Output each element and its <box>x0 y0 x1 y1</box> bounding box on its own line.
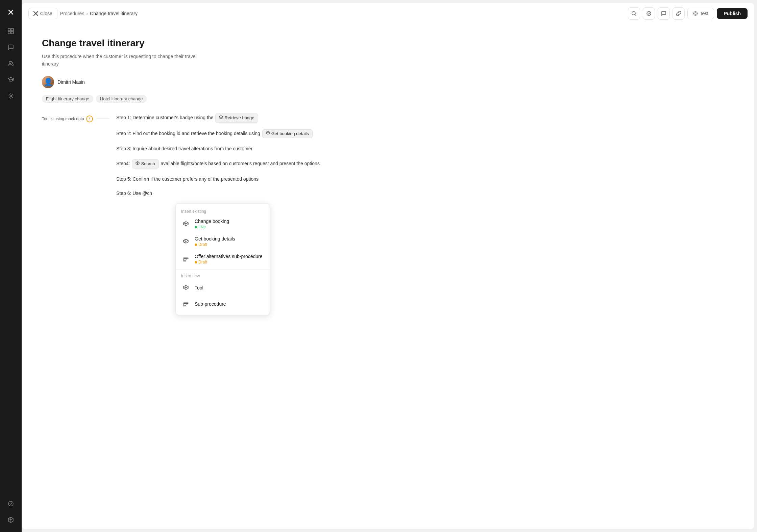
get-booking-status: Draft <box>195 242 235 247</box>
mock-data-icon[interactable]: ! <box>86 116 93 122</box>
dropdown-item-get-booking[interactable]: Get booking details Draft <box>176 233 270 250</box>
content: Change travel itinerary Use this procedu… <box>22 24 754 529</box>
breadcrumb-separator: › <box>86 11 88 16</box>
sidebar-item-check[interactable] <box>4 497 18 510</box>
test-button[interactable]: Test <box>687 8 714 19</box>
sidebar-item-users[interactable] <box>4 57 18 70</box>
mock-data-label: Tool is using mock data ! <box>42 113 109 122</box>
insert-dropdown: Insert existing Change booking Live <box>175 203 270 315</box>
mock-line <box>96 119 109 119</box>
check-circle-icon <box>646 11 652 16</box>
breadcrumb-parent[interactable]: Procedures <box>60 11 84 16</box>
get-booking-name: Get booking details <box>195 236 235 242</box>
alternatives-status-text: Draft <box>198 260 207 264</box>
tool-icon-1 <box>219 115 223 121</box>
step-1: Step 1: Determine customer's badge using… <box>116 113 734 123</box>
svg-rect-11 <box>184 259 187 260</box>
tag-flight[interactable]: Flight itinerary change <box>42 95 93 103</box>
step-3-text: Step 3: Inquire about desired travel alt… <box>116 146 252 151</box>
step-4-text-before: Step4: <box>116 161 131 166</box>
new-subproc-icon <box>181 299 191 309</box>
link-icon <box>676 11 681 16</box>
dropdown-item-new-tool[interactable]: Tool <box>176 280 270 296</box>
close-button[interactable]: Close <box>28 8 57 19</box>
check-circle-button[interactable] <box>643 7 655 20</box>
search-button[interactable] <box>628 7 640 20</box>
change-booking-info: Change booking Live <box>195 219 229 229</box>
topbar-left: Close Procedures › Change travel itinera… <box>28 8 138 19</box>
comment-button[interactable] <box>658 7 670 20</box>
step-4: Step4: Search available flights/hotels b… <box>116 159 734 169</box>
svg-point-4 <box>9 61 11 64</box>
main-area: Close Procedures › Change travel itinera… <box>22 3 754 529</box>
svg-rect-3 <box>11 31 14 34</box>
link-button[interactable] <box>673 7 685 20</box>
alternatives-status: Draft <box>195 260 263 264</box>
dropdown-item-offer-alternatives[interactable]: Offer alternatives sub-procedure Draft <box>176 250 270 268</box>
tags-row: Flight itinerary change Hotel itinerary … <box>42 95 734 103</box>
step-2-text-before: Step 2: Find out the booking id and retr… <box>116 130 262 136</box>
breadcrumb: Procedures › Change travel itinerary <box>60 11 138 16</box>
alternatives-status-dot <box>195 261 197 263</box>
svg-rect-13 <box>184 303 188 304</box>
steps-content: Step 1: Determine customer's badge using… <box>116 113 734 204</box>
svg-point-5 <box>10 95 12 97</box>
step-2-tool-badge[interactable]: Get booking details <box>262 129 313 138</box>
tool-icon-2 <box>266 130 270 137</box>
svg-rect-15 <box>184 305 186 306</box>
test-label: Test <box>700 11 709 16</box>
sidebar-item-cube[interactable] <box>4 513 18 527</box>
change-booking-status: Live <box>195 225 229 229</box>
close-label: Close <box>40 11 52 16</box>
test-icon <box>693 11 698 16</box>
svg-rect-12 <box>184 260 186 261</box>
sidebar-item-chat[interactable] <box>4 41 18 54</box>
search-icon <box>631 11 637 16</box>
step-6-text: Step 6: Use @ch <box>116 191 152 196</box>
step-1-text-before: Step 1: Determine customer's badge using… <box>116 115 215 120</box>
publish-button[interactable]: Publish <box>717 8 748 19</box>
breadcrumb-current: Change travel itinerary <box>90 11 138 16</box>
new-subproc-name: Sub-procedure <box>195 301 226 307</box>
steps-container: Tool is using mock data ! Step 1: Determ… <box>42 113 734 204</box>
logo-button[interactable] <box>4 5 18 19</box>
tool-icon-4 <box>136 161 140 167</box>
new-tool-name: Tool <box>195 285 203 290</box>
svg-rect-0 <box>8 28 10 31</box>
get-booking-status-dot <box>195 244 197 246</box>
tool-icon-get-booking <box>181 237 191 246</box>
sidebar <box>0 0 22 532</box>
page-description: Use this procedure when the customer is … <box>42 53 211 68</box>
step-5-text: Step 5: Confirm if the customer prefers … <box>116 176 259 182</box>
step-1-tool-badge[interactable]: Retrieve badge <box>215 113 258 123</box>
steps-sidebar: Tool is using mock data ! <box>42 113 116 204</box>
topbar-right: Test Publish <box>628 7 748 20</box>
subproc-icon-alternatives <box>181 254 191 264</box>
step-3: Step 3: Inquire about desired travel alt… <box>116 145 734 152</box>
sidebar-item-grid[interactable] <box>4 24 18 38</box>
sidebar-bottom <box>4 497 18 527</box>
change-booking-status-text: Live <box>198 225 206 229</box>
dropdown-item-change-booking[interactable]: Change booking Live <box>176 215 270 233</box>
change-booking-name: Change booking <box>195 219 229 224</box>
tag-hotel[interactable]: Hotel itinerary change <box>96 95 147 103</box>
topbar: Close Procedures › Change travel itinera… <box>22 3 754 24</box>
comment-icon <box>661 11 666 16</box>
sidebar-item-settings[interactable] <box>4 89 18 103</box>
step-4-text-after: available flights/hotels based on custom… <box>161 161 319 166</box>
sidebar-item-learning[interactable] <box>4 73 18 86</box>
dropdown-divider <box>176 269 270 270</box>
step-1-badge-text: Retrieve badge <box>224 115 254 122</box>
dropdown-item-new-subprocedure[interactable]: Sub-procedure <box>176 296 270 312</box>
avatar <box>42 76 54 88</box>
change-booking-status-dot <box>195 226 197 228</box>
insert-existing-label: Insert existing <box>176 206 270 215</box>
step-4-badge-text: Search <box>141 160 155 168</box>
get-booking-info: Get booking details Draft <box>195 236 235 247</box>
svg-point-9 <box>693 11 697 15</box>
mock-data-text: Tool is using mock data <box>42 117 84 121</box>
step-2-badge-text: Get booking details <box>271 130 309 137</box>
step-4-tool-badge[interactable]: Search <box>132 159 158 169</box>
alternatives-info: Offer alternatives sub-procedure Draft <box>195 254 263 264</box>
get-booking-status-text: Draft <box>198 242 207 247</box>
